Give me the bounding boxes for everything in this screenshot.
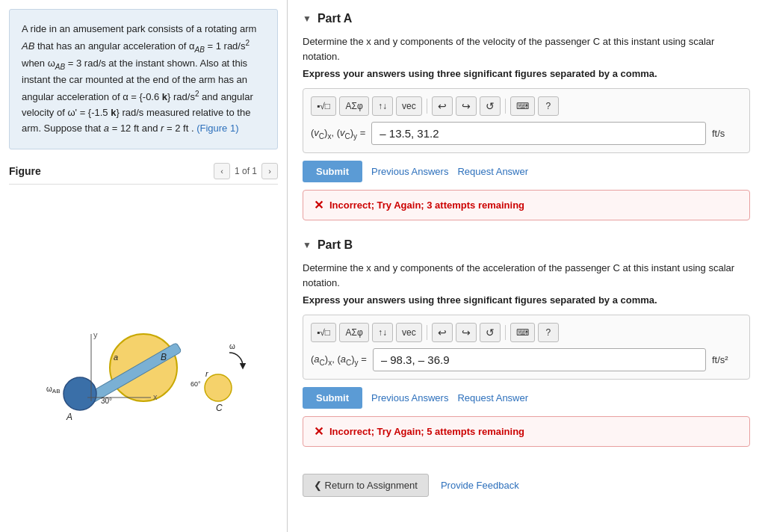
problem-text: A ride in an amusement park consists of …	[9, 9, 278, 149]
toolbar-a-keyboard[interactable]: ⌨	[510, 96, 535, 116]
toolbar-b-sep1	[427, 325, 427, 340]
part-b-input-label: (aC)x, (aC)y =	[311, 353, 367, 367]
figure-svg: B C A y x ωAB ω 30° a r	[28, 278, 259, 435]
part-a-input-label: (vC)x, (vC)y =	[311, 127, 365, 140]
svg-text:a: a	[114, 353, 118, 362]
svg-text:ω: ω	[229, 342, 235, 350]
svg-text:r: r	[205, 369, 209, 378]
part-a-title: Part A	[318, 12, 353, 25]
toolbar-a-matrix[interactable]: ▪√□	[311, 96, 336, 116]
svg-text:A: A	[66, 412, 72, 422]
part-a-unit: ft/s	[712, 128, 742, 139]
part-a-prev-answers[interactable]: Previous Answers	[371, 166, 448, 177]
provide-feedback-link[interactable]: Provide Feedback	[441, 480, 519, 491]
part-b-unit: ft/s²	[712, 354, 742, 365]
toolbar-a-sep2	[505, 99, 506, 114]
svg-text:30°: 30°	[101, 397, 112, 405]
figure-link[interactable]: (Figure 1)	[196, 123, 238, 134]
toolbar-b-greek[interactable]: ΑΣφ	[339, 323, 369, 342]
toolbar-a-undo[interactable]: ↩	[432, 96, 453, 116]
svg-point-2	[205, 374, 232, 401]
toolbar-b-undo[interactable]: ↩	[432, 323, 453, 342]
part-b-instruction: Express your answers using three signifi…	[303, 294, 750, 306]
part-b-header: ▼ Part B	[303, 238, 750, 252]
part-b-prev-answers[interactable]: Previous Answers	[371, 392, 448, 403]
part-a-error-icon: ✕	[314, 198, 323, 212]
svg-text:y: y	[93, 330, 98, 339]
part-b-collapse[interactable]: ▼	[303, 240, 312, 250]
part-a-header: ▼ Part A	[303, 12, 750, 25]
part-a-collapse[interactable]: ▼	[303, 13, 312, 24]
figure-prev-btn[interactable]: ‹	[214, 163, 230, 179]
bottom-bar: ❮ Return to Assignment Provide Feedback	[303, 465, 750, 500]
part-b-input-row: (aC)x, (aC)y = ft/s²	[311, 348, 742, 371]
part-b-toolbar: ▪√□ ΑΣφ ↑↓ vec ↩ ↪ ↺ ⌨ ?	[311, 323, 742, 342]
toolbar-b-arrow[interactable]: ↑↓	[372, 323, 393, 342]
left-panel: A ride in an amusement park consists of …	[0, 0, 288, 532]
part-b-title: Part B	[318, 238, 353, 252]
toolbar-a-greek[interactable]: ΑΣφ	[339, 96, 369, 116]
toolbar-b-redo[interactable]: ↪	[456, 323, 477, 342]
part-a-action-row: Submit Previous Answers Request Answer	[303, 161, 750, 182]
part-b-submit[interactable]: Submit	[303, 387, 362, 409]
figure-title: Figure	[9, 165, 41, 177]
part-b-error-icon: ✕	[314, 424, 323, 439]
toolbar-a-arrow[interactable]: ↑↓	[372, 96, 393, 116]
part-a-instruction: Express your answers using three signifi…	[303, 68, 750, 79]
svg-text:B: B	[161, 352, 167, 362]
svg-text:C: C	[216, 403, 223, 413]
part-a-answer-box: ▪√□ ΑΣφ ↑↓ vec ↩ ↪ ↺ ⌨ ? (vC)x, (vC)y = …	[303, 88, 750, 153]
part-b-input[interactable]	[373, 348, 706, 371]
toolbar-b-vec[interactable]: vec	[396, 323, 422, 342]
part-a-error-text: Incorrect; Try Again; 3 attempts remaini…	[329, 200, 524, 211]
toolbar-a-vec[interactable]: vec	[396, 96, 422, 116]
toolbar-b-help[interactable]: ?	[538, 323, 559, 342]
return-to-assignment-btn[interactable]: ❮ Return to Assignment	[303, 474, 429, 497]
part-b-description: Determine the x and y components of the …	[303, 261, 750, 290]
part-a-description: Determine the x and y components of the …	[303, 34, 750, 64]
toolbar-b-matrix[interactable]: ▪√□	[311, 323, 336, 342]
toolbar-a-sep1	[427, 99, 427, 114]
part-a-error: ✕ Incorrect; Try Again; 3 attempts remai…	[303, 190, 750, 220]
toolbar-a-reset[interactable]: ↺	[480, 96, 501, 116]
svg-text:ωAB: ωAB	[46, 385, 60, 395]
part-b-request-answer[interactable]: Request Answer	[457, 392, 528, 403]
toolbar-b-keyboard[interactable]: ⌨	[510, 323, 535, 342]
part-a-submit[interactable]: Submit	[303, 161, 362, 182]
part-a-input[interactable]	[371, 122, 706, 145]
figure-nav: ‹ 1 of 1 ›	[214, 163, 278, 179]
figure-header: Figure ‹ 1 of 1 ›	[9, 158, 278, 185]
toolbar-a-redo[interactable]: ↪	[456, 96, 477, 116]
right-panel: ▼ Part A Determine the x and y component…	[288, 0, 765, 532]
figure-page: 1 of 1	[235, 166, 257, 176]
toolbar-b-reset[interactable]: ↺	[480, 323, 501, 342]
toolbar-a-help[interactable]: ?	[538, 96, 559, 116]
figure-next-btn[interactable]: ›	[261, 163, 278, 179]
part-a-toolbar: ▪√□ ΑΣφ ↑↓ vec ↩ ↪ ↺ ⌨ ?	[311, 96, 742, 116]
toolbar-b-sep2	[505, 325, 506, 340]
part-b-answer-box: ▪√□ ΑΣφ ↑↓ vec ↩ ↪ ↺ ⌨ ? (aC)x, (aC)y = …	[303, 315, 750, 380]
part-b-action-row: Submit Previous Answers Request Answer	[303, 387, 750, 409]
part-b-error: ✕ Incorrect; Try Again; 5 attempts remai…	[303, 416, 750, 447]
part-b-error-text: Incorrect; Try Again; 5 attempts remaini…	[329, 426, 524, 437]
part-a-request-answer[interactable]: Request Answer	[457, 166, 528, 177]
part-a-section: ▼ Part A Determine the x and y component…	[303, 12, 750, 220]
part-b-section: ▼ Part B Determine the x and y component…	[303, 238, 750, 447]
svg-text:x: x	[153, 392, 158, 401]
part-a-input-row: (vC)x, (vC)y = ft/s	[311, 122, 742, 145]
svg-text:60°: 60°	[191, 380, 201, 388]
figure-section: Figure ‹ 1 of 1 › B	[0, 158, 287, 532]
figure-canvas: B C A y x ωAB ω 30° a r	[9, 191, 278, 523]
